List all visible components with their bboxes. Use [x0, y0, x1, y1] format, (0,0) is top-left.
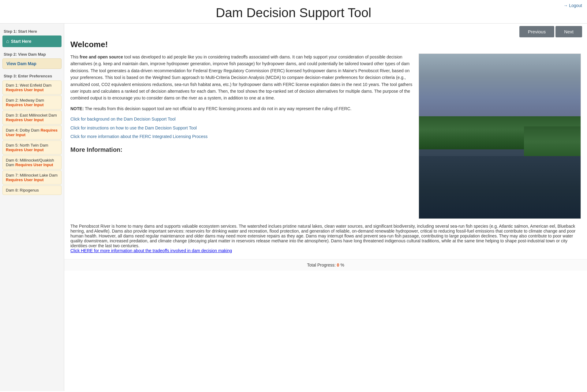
sidebar-item-dam-6[interactable]: Dam 6: Millinocket/Quakish Dam Requires … — [2, 155, 62, 170]
forest-layer2 — [524, 126, 581, 156]
sidebar-item-dam-4[interactable]: Dam 4: Dolby Dam Requires User Input — [2, 125, 62, 140]
dam-status: Requires User Input — [6, 103, 44, 107]
main-content-area: Previous Next Welcome! This free and ope… — [64, 24, 587, 391]
dam-river-image — [419, 54, 581, 219]
dam-status: Requires User Input — [6, 118, 44, 122]
previous-button[interactable]: Previous — [519, 26, 554, 37]
dam-name: Dam 1: West Enfield Dam — [6, 83, 51, 88]
sidebar-item-dam-7[interactable]: Dam 7: Millinocket Lake Dam Requires Use… — [2, 170, 62, 185]
progress-unit: % — [340, 263, 344, 267]
logout-label: Logout — [569, 3, 582, 8]
intro-rest: tool was developed to aid people like yo… — [70, 54, 412, 100]
dam-name: Dam 4: Dolby Dam — [6, 128, 40, 133]
link-ferc[interactable]: Click for more information about the FER… — [70, 133, 413, 140]
sidebar-item-dam-8[interactable]: Dam 8: Ripogenus — [2, 185, 62, 195]
note-paragraph: NOTE: The results from this decision sup… — [70, 105, 413, 112]
link-instructions[interactable]: Click for instructions on how to use the… — [70, 125, 413, 131]
footer-progress: Total Progress: 0 % — [64, 259, 587, 271]
sidebar-step1-label: Step 1: Start Here — [0, 27, 64, 35]
sidebar: Step 1: Start Here ⌂ Start Here Step 2: … — [0, 24, 64, 391]
note-label: NOTE: — [70, 106, 84, 111]
note-text: The results from this decision support t… — [85, 106, 351, 111]
dam-status: Requires User Input — [6, 177, 44, 182]
view-dam-map-label: View Dam Map — [6, 61, 36, 66]
dam-name: Dam 5: North Twin Dam — [6, 143, 48, 147]
sidebar-item-dam-2[interactable]: Dam 2: Medway Dam Requires User Input — [2, 95, 62, 110]
welcome-heading: Welcome! — [70, 40, 581, 49]
dam-status: Requires User Input — [6, 88, 44, 92]
main-layout: Step 1: Start Here ⌂ Start Here Step 2: … — [0, 24, 587, 391]
home-icon: ⌂ — [6, 39, 9, 44]
intro-section: This free and open source tool was devel… — [70, 54, 581, 219]
start-here-label: Start Here — [11, 39, 32, 44]
more-info-link[interactable]: Click HERE for more information about th… — [70, 248, 232, 253]
nav-buttons-row: Previous Next — [64, 24, 587, 40]
dam-name: Dam 8: Ripogenus — [6, 188, 39, 192]
intro-bold: free and open source — [80, 54, 123, 59]
intro-paragraph: This free and open source tool was devel… — [70, 54, 413, 102]
page-header: Dam Decision Support Tool → Logout — [0, 0, 587, 24]
next-button[interactable]: Next — [555, 26, 582, 37]
dam-status: Requires User Input — [6, 147, 44, 152]
progress-value: 0 — [337, 263, 339, 267]
dam-status: Requires User Input — [15, 162, 53, 167]
page-content: Welcome! This free and open source tool … — [64, 40, 587, 259]
more-info-section: More Information: — [70, 145, 413, 155]
sidebar-item-dam-3[interactable]: Dam 3: East Millinocket Dam Requires Use… — [2, 110, 62, 125]
more-info-heading: More Information: — [70, 145, 413, 155]
sidebar-item-dam-5[interactable]: Dam 5: North Twin Dam Requires User Inpu… — [2, 140, 62, 155]
sidebar-item-start-here[interactable]: ⌂ Start Here — [2, 35, 62, 47]
dam-name: Dam 3: East Millinocket Dam — [6, 113, 57, 118]
links-section: Click for background on the Dam Decision… — [70, 116, 413, 140]
sidebar-item-dam-1[interactable]: Dam 1: West Enfield Dam Requires User In… — [2, 80, 62, 95]
progress-label: Total Progress: — [307, 263, 335, 267]
sidebar-dams-list: Dam 1: West Enfield Dam Requires User In… — [0, 80, 64, 195]
sidebar-item-view-dam-map[interactable]: View Dam Map — [2, 58, 62, 69]
sidebar-step2-label: Step 2: View Dam Map — [0, 50, 64, 58]
dam-name: Dam 7: Millinocket Lake Dam — [6, 173, 58, 177]
intro-text: This free and open source tool was devel… — [70, 54, 413, 219]
water-reflection — [419, 156, 581, 218]
dam-name: Dam 2: Medway Dam — [6, 98, 44, 103]
more-info-paragraph: The Penobscot River is home to many dams… — [70, 224, 581, 248]
link-background[interactable]: Click for background on the Dam Decision… — [70, 116, 413, 122]
page-title: Dam Decision Support Tool — [0, 6, 587, 20]
logout-button[interactable]: → Logout — [563, 3, 582, 8]
sidebar-step3-label: Step 3: Enter Preferences — [0, 71, 64, 80]
more-info-below: The Penobscot River is home to many dams… — [70, 224, 581, 253]
logout-icon: → — [563, 3, 568, 8]
